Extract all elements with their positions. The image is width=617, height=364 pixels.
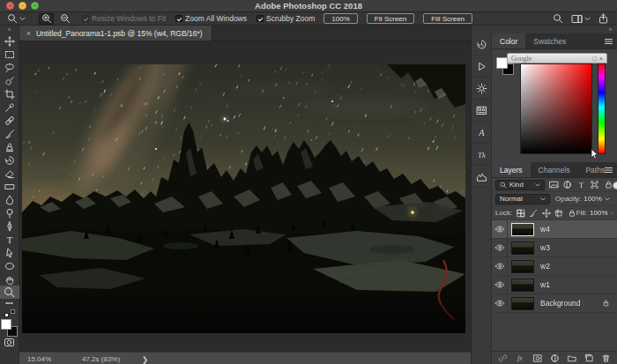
delete-layer-icon[interactable]: [601, 353, 611, 363]
histogram-icon[interactable]: [472, 166, 491, 188]
edit-toolbar-button[interactable]: •••: [0, 299, 19, 308]
tab-swatches[interactable]: Swatches: [525, 33, 574, 48]
rectangular-marquee-tool[interactable]: [0, 48, 19, 61]
layer-thumbnail[interactable]: [511, 260, 534, 273]
clone-stamp-tool[interactable]: [0, 140, 19, 153]
toolbar-collapse-chevron[interactable]: »: [0, 26, 19, 34]
filter-adjustment-layers-icon[interactable]: [562, 180, 572, 189]
layer-style-fx-icon[interactable]: fx: [515, 353, 525, 363]
hand-tool[interactable]: [0, 272, 19, 286]
new-layer-icon[interactable]: [584, 353, 594, 363]
foreground-color-swatch[interactable]: [1, 319, 11, 330]
ellipse-shape-tool[interactable]: [0, 259, 19, 272]
visibility-eye-icon[interactable]: [492, 276, 508, 293]
brush-tool[interactable]: [0, 127, 19, 140]
scrubby-zoom-checkbox[interactable]: Scrubby Zoom: [256, 14, 315, 23]
zoom-level-field[interactable]: 15.04%: [27, 355, 51, 363]
libraries-icon[interactable]: [472, 100, 491, 122]
layer-name[interactable]: w1: [540, 280, 550, 289]
chevron-down-icon[interactable]: [605, 197, 610, 201]
checkbox-icon[interactable]: [175, 15, 182, 22]
visibility-eye-icon[interactable]: [492, 294, 508, 312]
dodge-tool[interactable]: [0, 206, 19, 219]
google-floating-window[interactable]: Google □ ×: [507, 53, 607, 63]
zoom-all-windows-checkbox[interactable]: Zoom All Windows: [175, 14, 247, 23]
opacity-value[interactable]: 100%: [584, 195, 601, 203]
add-layer-mask-icon[interactable]: [532, 353, 543, 363]
tab-color[interactable]: Color: [492, 33, 525, 48]
layer-name[interactable]: w4: [540, 225, 550, 234]
layer-row-w1[interactable]: w1: [492, 276, 617, 294]
history-brush-tool[interactable]: [0, 153, 19, 167]
zoom-tool-preset-icon[interactable]: [7, 13, 26, 24]
layer-thumbnail[interactable]: [511, 279, 534, 292]
lock-all-icon[interactable]: [568, 209, 576, 218]
filter-pixel-layers-icon[interactable]: [549, 180, 559, 189]
visibility-eye-icon[interactable]: [492, 220, 508, 238]
chevron-down-icon[interactable]: [611, 212, 613, 215]
lock-pixels-icon[interactable]: [529, 209, 538, 218]
gradient-tool[interactable]: [0, 180, 19, 193]
fit-screen-button[interactable]: Fit Screen: [367, 13, 414, 24]
document-tab[interactable]: × Untitled_Panorama1-1.psb @ 15% (w4, RG…: [19, 26, 212, 41]
fill-screen-button[interactable]: Fill Screen: [423, 13, 472, 24]
tk-panel-icon[interactable]: Tk: [472, 144, 491, 166]
layer-row-w4[interactable]: w4: [492, 220, 617, 239]
zoom-tool[interactable]: [0, 286, 19, 299]
filter-type-layers-icon[interactable]: T: [576, 180, 586, 189]
blend-mode-select[interactable]: Normal: [495, 194, 550, 204]
eraser-tool[interactable]: [0, 167, 19, 180]
default-colors-icon[interactable]: [4, 309, 15, 317]
color-panel-foreground-swatch[interactable]: [496, 57, 508, 69]
layer-row-w3[interactable]: w3: [492, 239, 617, 257]
zoom-in-button[interactable]: [39, 13, 54, 25]
panel-menu-icon[interactable]: [604, 167, 613, 174]
eyedropper-tool[interactable]: [0, 100, 19, 114]
panel-menu-icon[interactable]: [604, 38, 613, 45]
move-tool[interactable]: [0, 34, 19, 48]
zoom-100-button[interactable]: 100%: [323, 13, 357, 24]
layer-name[interactable]: w3: [540, 243, 550, 252]
actions-icon[interactable]: [472, 56, 491, 78]
canvas-pasteboard[interactable]: [19, 41, 471, 352]
layer-row-w2[interactable]: w2: [492, 257, 617, 276]
panels-collapse-chevron[interactable]: »: [471, 26, 617, 33]
workspace-switcher[interactable]: [571, 14, 591, 24]
window-maximize-icon[interactable]: □: [593, 56, 597, 62]
fill-value[interactable]: 100%: [590, 209, 607, 217]
layer-thumbnail[interactable]: [511, 241, 534, 255]
history-icon[interactable]: [472, 33, 491, 56]
quick-mask-button[interactable]: [4, 338, 15, 347]
canvas-image[interactable]: [22, 64, 465, 333]
spot-healing-brush-tool[interactable]: [0, 114, 19, 127]
hue-slider[interactable]: [598, 63, 606, 154]
layer-thumbnail[interactable]: [511, 223, 534, 236]
search-icon[interactable]: [553, 13, 563, 24]
checkbox-icon[interactable]: [256, 15, 264, 22]
lock-artboard-icon[interactable]: [554, 209, 563, 218]
filter-kind-select[interactable]: Kind: [495, 180, 545, 190]
filter-on-off-toggle[interactable]: [613, 182, 617, 189]
tab-layers[interactable]: Layers: [492, 162, 531, 177]
quick-selection-tool[interactable]: [0, 74, 19, 87]
type-tool[interactable]: T: [0, 233, 19, 246]
pen-tool[interactable]: [0, 219, 19, 233]
filter-shape-layers-icon[interactable]: [590, 180, 599, 189]
visibility-eye-icon[interactable]: [492, 239, 508, 256]
visibility-eye-icon[interactable]: [492, 257, 508, 275]
saturation-brightness-field[interactable]: [520, 63, 592, 154]
lock-transparency-icon[interactable]: [517, 209, 525, 218]
blur-tool[interactable]: [0, 193, 19, 206]
tab-channels[interactable]: Channels: [531, 162, 578, 177]
layer-thumbnail[interactable]: [511, 297, 534, 310]
foreground-background-swatches[interactable]: [1, 319, 18, 337]
new-group-icon[interactable]: [567, 353, 577, 363]
crop-tool[interactable]: [0, 87, 19, 100]
lock-position-icon[interactable]: [542, 209, 551, 218]
layer-name[interactable]: w2: [540, 262, 550, 271]
window-close-icon[interactable]: ×: [599, 56, 603, 62]
path-selection-tool[interactable]: [0, 246, 19, 259]
link-layers-icon[interactable]: [498, 353, 508, 363]
lasso-tool[interactable]: [0, 61, 19, 74]
new-adjustment-layer-icon[interactable]: [550, 353, 560, 363]
